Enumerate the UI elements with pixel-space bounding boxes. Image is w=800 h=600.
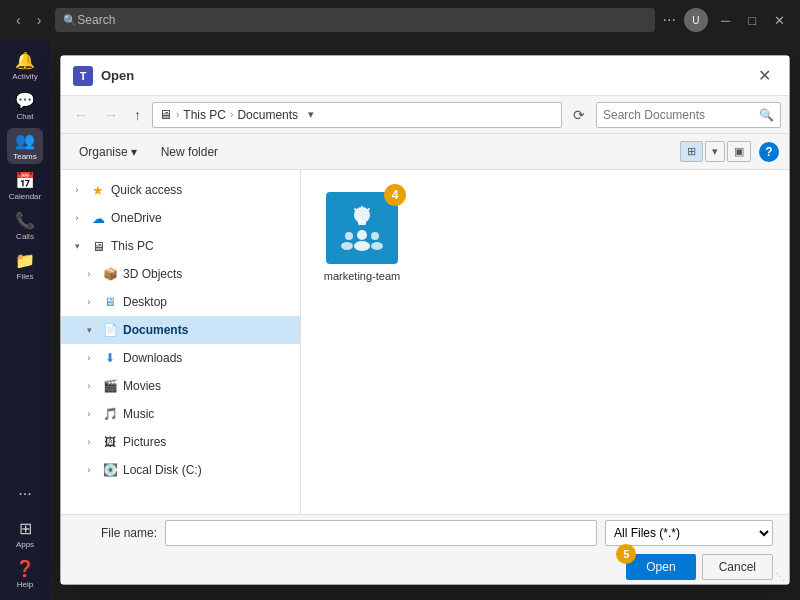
search-input[interactable] [603,108,755,122]
organise-btn[interactable]: Organise ▾ [71,141,145,163]
calls-label: Calls [16,232,34,241]
filetype-select[interactable]: All Files (*.*) Word Documents (*.docx) … [605,520,773,546]
file-content-area: 4 marketing-team [301,170,789,514]
close-btn[interactable]: ✕ [769,11,790,30]
user-avatar[interactable]: U [684,8,708,32]
breadcrumb-separator1: › [176,109,179,120]
nav-item-desktop[interactable]: › 🖥 Desktop [61,288,300,316]
address-bar: ← → ↑ 🖥 › This PC › Documents ▾ ⟳ 🔍 [61,96,789,134]
downloads-icon: ⬇ [101,349,119,367]
maximize-btn[interactable]: □ [743,11,761,30]
view-pane-btn[interactable]: ▣ [727,141,751,162]
view-dropdown-btn[interactable]: ▾ [705,141,725,162]
documents-expand: ▾ [81,322,97,338]
view-large-icon-btn[interactable]: ⊞ [680,141,703,162]
chat-icon: 💬 [15,91,35,110]
bottom-row2: 5 Open Cancel [77,554,773,580]
nav-item-onedrive[interactable]: › ☁ OneDrive [61,204,300,232]
nav-item-3d-objects[interactable]: › 📦 3D Objects [61,260,300,288]
dialog-toolbar: Organise ▾ New folder ⊞ ▾ ▣ ? [61,134,789,170]
open-dialog: T Open ✕ ← → ↑ 🖥 › This PC › Documents ▾… [60,55,790,585]
dialog-close-button[interactable]: ✕ [752,64,777,88]
teams-folder-svg [334,202,390,254]
sidebar-item-calls[interactable]: 📞 Calls [7,208,43,244]
movies-expand: › [81,378,97,394]
chat-label: Chat [17,112,34,121]
nav-item-documents[interactable]: ▾ 📄 Documents [61,316,300,344]
desktop-icon: 🖥 [101,293,119,311]
local-disk-label: Local Disk (C:) [123,463,292,477]
top-bar: ‹ › 🔍 Search ··· U ─ □ ✕ [0,0,800,40]
sidebar-item-teams[interactable]: 👥 Teams [7,128,43,164]
nav-item-quick-access[interactable]: › ★ Quick access [61,176,300,204]
top-bar-right: ··· U ─ □ ✕ [663,8,790,32]
quick-access-label: Quick access [111,183,292,197]
activity-icon: 🔔 [15,51,35,70]
teams-search-bar[interactable]: 🔍 Search [55,8,654,32]
organise-label: Organise [79,145,128,159]
music-icon: 🎵 [101,405,119,423]
local-disk-expand: › [81,462,97,478]
sidebar-item-more[interactable]: ··· [7,476,43,512]
svg-line-4 [368,209,370,211]
sidebar-item-chat[interactable]: 💬 Chat [7,88,43,124]
calls-icon: 📞 [15,211,35,230]
quick-access-expand: › [69,182,85,198]
this-pc-icon: 🖥 [89,237,107,255]
documents-icon: 📄 [101,321,119,339]
nav-item-local-disk[interactable]: › 💽 Local Disk (C:) [61,456,300,484]
more-icon: ··· [18,485,31,503]
apps-icon: ⊞ [19,519,32,538]
breadcrumb-dropdown-btn[interactable]: ▾ [304,108,318,121]
file-icon: 4 [326,192,398,264]
addr-forward-btn[interactable]: → [99,104,123,126]
downloads-expand: › [81,350,97,366]
breadcrumb[interactable]: 🖥 › This PC › Documents ▾ [152,102,562,128]
apps-label: Apps [16,540,34,549]
open-step-badge: 5 [616,544,636,564]
open-label: Open [646,560,675,574]
organise-arrow: ▾ [131,145,137,159]
dialog-help-btn[interactable]: ? [759,142,779,162]
more-options[interactable]: ··· [663,11,676,29]
documents-label: Documents [123,323,292,337]
svg-line-3 [355,209,357,211]
nav-item-music[interactable]: › 🎵 Music [61,400,300,428]
sidebar-item-files[interactable]: 📁 Files [7,248,43,284]
list-item[interactable]: 4 marketing-team [317,186,407,288]
teams-icon: 👥 [15,131,35,150]
sidebar-item-apps[interactable]: ⊞ Apps [7,516,43,552]
sidebar-item-calendar[interactable]: 📅 Calendar [7,168,43,204]
addr-up-btn[interactable]: ↑ [129,104,146,126]
sidebar-item-activity[interactable]: 🔔 Activity [7,48,43,84]
cancel-button[interactable]: Cancel [702,554,773,580]
filename-input[interactable] [165,520,597,546]
addr-search-box[interactable]: 🔍 [596,102,781,128]
svg-point-7 [345,232,353,240]
minimize-btn[interactable]: ─ [716,11,735,30]
back-btn[interactable]: ‹ [10,10,27,30]
svg-point-9 [371,232,379,240]
breadcrumb-documents: Documents [237,108,298,122]
sidebar-item-help[interactable]: ❓ Help [7,556,43,592]
movies-label: Movies [123,379,292,393]
help-icon: ❓ [15,559,35,578]
file-badge: 4 [384,184,406,206]
addr-refresh-btn[interactable]: ⟳ [568,104,590,126]
nav-item-movies[interactable]: › 🎬 Movies [61,372,300,400]
view-buttons: ⊞ ▾ ▣ [680,141,751,162]
quick-access-icon: ★ [89,181,107,199]
dialog-overlay: T Open ✕ ← → ↑ 🖥 › This PC › Documents ▾… [50,40,800,600]
forward-btn[interactable]: › [31,10,48,30]
nav-item-downloads[interactable]: › ⬇ Downloads [61,344,300,372]
nav-item-pictures[interactable]: › 🖼 Pictures [61,428,300,456]
onedrive-icon: ☁ [89,209,107,227]
new-folder-btn[interactable]: New folder [153,141,226,163]
nav-item-this-pc[interactable]: ▾ 🖥 This PC [61,232,300,260]
file-name: marketing-team [324,270,400,282]
resize-handle: ⋱ [775,571,785,582]
svg-point-5 [357,230,367,240]
open-button[interactable]: 5 Open [626,554,695,580]
music-expand: › [81,406,97,422]
addr-back-btn[interactable]: ← [69,104,93,126]
